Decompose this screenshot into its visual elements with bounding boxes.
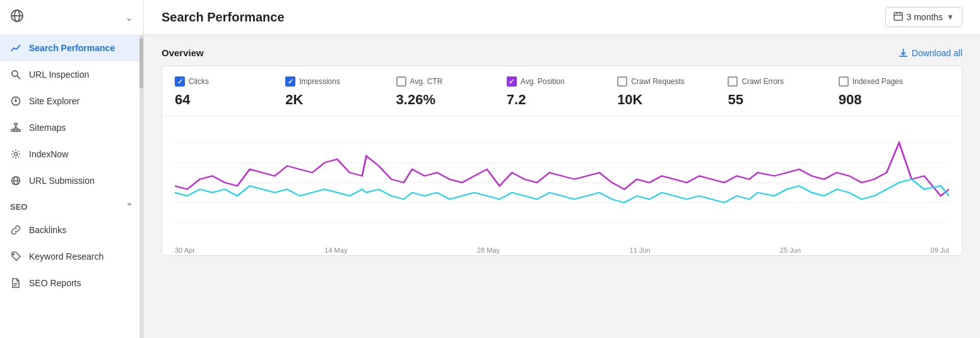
metric-avg-ctr: Avg. CTR 3.26% — [396, 76, 507, 108]
link-icon — [10, 224, 21, 236]
indexed-pages-label: Indexed Pages — [853, 77, 903, 86]
section-label: SEO — [10, 202, 27, 212]
x-label-3: 28 May — [477, 246, 500, 254]
topbar: Search Performance 3 months ▼ — [144, 0, 980, 35]
crawl-requests-value: 10K — [617, 92, 717, 108]
seo-section-header: SEO ⌃ — [0, 194, 143, 217]
globe-small-icon — [10, 175, 21, 186]
svg-point-3 — [12, 71, 18, 76]
gear-icon — [10, 148, 21, 160]
x-label-1: 30 Apr — [175, 246, 195, 254]
metric-avg-position: ✓ Avg. Position 7.2 — [507, 76, 617, 108]
impressions-checkbox[interactable]: ✓ — [285, 76, 295, 87]
sidebar-item-seo-reports[interactable]: SEO Reports — [0, 270, 143, 296]
content-area: Overview Download all ✓ Cl — [144, 35, 980, 338]
x-label-4: 11 Jun — [630, 246, 651, 254]
crawl-requests-checkbox[interactable] — [617, 76, 627, 87]
globe-icon — [10, 9, 24, 25]
avg-position-checkbox[interactable]: ✓ — [507, 76, 517, 87]
metric-crawl-requests: Crawl Requests 10K — [617, 76, 728, 108]
file-icon — [10, 277, 21, 289]
x-axis-labels: 30 Apr 14 May 28 May 11 Jun 25 Jun 09 Ju… — [175, 245, 949, 254]
x-label-2: 14 May — [324, 246, 347, 254]
clicks-checkbox[interactable]: ✓ — [175, 76, 185, 87]
impressions-label: Impressions — [299, 77, 340, 86]
sidebar: ⌄ Search Performance URL Inspection — [0, 0, 144, 338]
avg-ctr-value: 3.26% — [396, 92, 497, 108]
sidebar-item-label: Keyword Research — [29, 251, 103, 262]
crawl-requests-label: Crawl Requests — [631, 77, 685, 86]
sidebar-item-label: SEO Reports — [29, 278, 81, 288]
x-label-6: 09 Jul — [931, 246, 949, 254]
sidebar-item-url-inspection[interactable]: URL Inspection — [0, 61, 143, 88]
svg-rect-7 — [15, 123, 17, 125]
svg-point-15 — [15, 153, 18, 156]
page-title: Search Performance — [162, 10, 285, 25]
avg-ctr-label: Avg. CTR — [410, 77, 443, 86]
download-all-button[interactable]: Download all — [899, 48, 962, 58]
sitemap-icon — [10, 122, 21, 133]
main-area: Search Performance 3 months ▼ Overview — [144, 0, 980, 338]
search-icon — [10, 69, 21, 80]
sidebar-item-label: Search Performance — [29, 43, 115, 53]
sidebar-item-label: Sitemaps — [29, 123, 66, 133]
sidebar-item-indexnow[interactable]: IndexNow — [0, 141, 143, 167]
line-chart — [175, 123, 949, 243]
sidebar-item-backlinks[interactable]: Backlinks — [0, 217, 143, 243]
svg-rect-8 — [11, 130, 14, 131]
download-all-label: Download all — [912, 48, 962, 58]
sidebar-item-search-performance[interactable]: Search Performance — [0, 35, 143, 61]
calendar-icon — [894, 11, 903, 23]
svg-point-19 — [13, 254, 15, 255]
period-label: 3 months — [907, 12, 943, 22]
chart-icon — [10, 42, 21, 54]
sidebar-item-label: URL Submission — [29, 176, 95, 186]
sidebar-item-keyword-research[interactable]: Keyword Research — [0, 243, 143, 270]
avg-position-label: Avg. Position — [521, 77, 565, 86]
metric-clicks: ✓ Clicks 64 — [175, 76, 285, 108]
x-label-5: 25 Jun — [780, 246, 801, 254]
clicks-value: 64 — [175, 92, 275, 108]
tag-icon — [10, 251, 21, 262]
metric-crawl-errors: Crawl Errors 55 — [728, 76, 838, 108]
indexed-pages-value: 908 — [839, 92, 939, 108]
metric-indexed-pages: Indexed Pages 908 — [839, 76, 949, 108]
chevron-down-icon[interactable]: ⌄ — [125, 11, 133, 23]
sidebar-item-site-explorer[interactable]: Site Explorer — [0, 88, 143, 114]
crawl-errors-value: 55 — [728, 92, 828, 108]
impressions-value: 2K — [285, 92, 386, 108]
sidebar-nav: Search Performance URL Inspection Site E… — [0, 35, 143, 338]
indexed-pages-checkbox[interactable] — [839, 76, 849, 87]
svg-rect-22 — [894, 13, 902, 20]
sidebar-item-label: IndexNow — [29, 149, 68, 159]
svg-line-4 — [17, 76, 20, 79]
metric-impressions: ✓ Impressions 2K — [285, 76, 396, 108]
content-header: Overview Download all — [162, 47, 962, 58]
avg-ctr-checkbox[interactable] — [396, 76, 406, 87]
period-selector[interactable]: 3 months ▼ — [885, 7, 962, 27]
crawl-errors-label: Crawl Errors — [741, 77, 784, 86]
svg-marker-6 — [15, 98, 17, 102]
sidebar-item-label: URL Inspection — [29, 69, 89, 80]
avg-position-value: 7.2 — [507, 92, 607, 108]
sidebar-item-label: Backlinks — [29, 225, 66, 235]
overview-card: ✓ Clicks 64 ✓ Impressions 2K — [162, 66, 962, 256]
svg-rect-9 — [15, 130, 17, 131]
sidebar-item-sitemaps[interactable]: Sitemaps — [0, 114, 143, 141]
scrollbar-thumb[interactable] — [139, 38, 143, 88]
compass-icon — [10, 95, 21, 107]
overview-label: Overview — [162, 47, 204, 58]
chart-area: 30 Apr 14 May 28 May 11 Jun 25 Jun 09 Ju… — [162, 116, 962, 255]
metrics-row: ✓ Clicks 64 ✓ Impressions 2K — [162, 66, 962, 116]
svg-rect-10 — [18, 130, 20, 131]
sidebar-header: ⌄ — [0, 0, 143, 35]
clicks-label: Clicks — [189, 77, 209, 86]
sidebar-item-url-submission[interactable]: URL Submission — [0, 167, 143, 194]
scrollbar-track — [139, 35, 143, 338]
chevron-up-icon: ⌃ — [126, 202, 133, 212]
dropdown-arrow-icon: ▼ — [947, 13, 954, 21]
sidebar-item-label: Site Explorer — [29, 96, 80, 106]
crawl-errors-checkbox[interactable] — [728, 76, 738, 87]
